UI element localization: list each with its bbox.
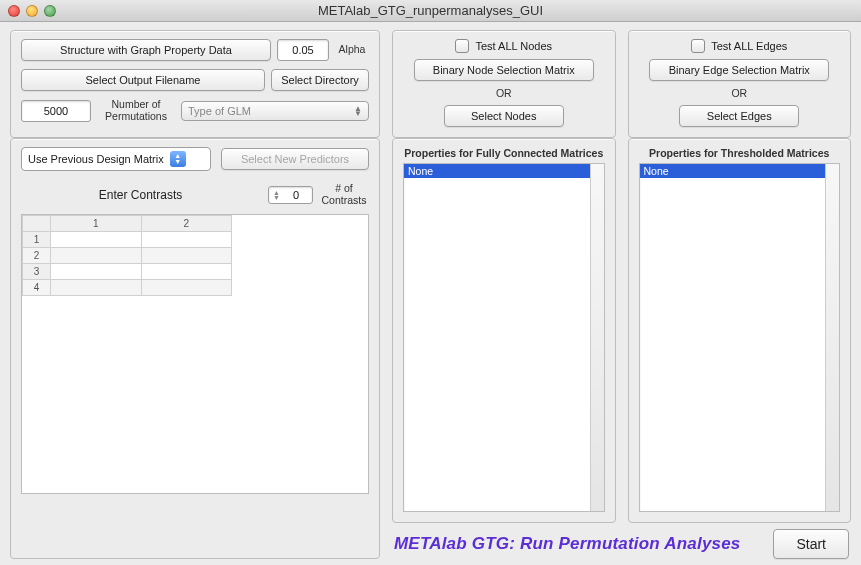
select-directory-button[interactable]: Select Directory xyxy=(271,69,369,91)
num-contrasts-label: # of Contrasts xyxy=(319,183,369,206)
test-all-nodes-checkbox[interactable] xyxy=(455,39,469,53)
minimize-icon[interactable] xyxy=(26,5,38,17)
close-icon[interactable] xyxy=(8,5,20,17)
table-cell[interactable] xyxy=(141,264,232,280)
table-row-header: 1 xyxy=(23,232,51,248)
footer: METAlab GTG: Run Permutation Analyses St… xyxy=(392,523,851,559)
nodes-or-label: OR xyxy=(496,87,512,99)
start-button[interactable]: Start xyxy=(773,529,849,559)
chevron-updown-icon: ▲▼ xyxy=(170,151,186,167)
config-panel: Structure with Graph Property Data 0.05 … xyxy=(10,30,380,138)
table-row-header: 4 xyxy=(23,280,51,296)
full-matrices-listbox[interactable]: None xyxy=(403,163,605,512)
table-cell[interactable] xyxy=(51,280,142,296)
scrollbar[interactable] xyxy=(590,164,604,511)
select-nodes-button[interactable]: Select Nodes xyxy=(444,105,564,127)
select-edges-button[interactable]: Select Edges xyxy=(679,105,799,127)
titlebar: METAlab_GTG_runpermanalyses_GUI xyxy=(0,0,861,22)
chevron-updown-icon: ▲▼ xyxy=(354,106,362,116)
table-col-header: 1 xyxy=(51,216,142,232)
node-matrix-button[interactable]: Binary Node Selection Matrix xyxy=(414,59,594,81)
traffic-lights xyxy=(8,5,56,17)
contrast-table[interactable]: 1 2 1 2 3 4 xyxy=(21,214,369,494)
design-matrix-dropdown[interactable]: Use Previous Design Matrix ▲▼ xyxy=(21,147,211,171)
table-cell[interactable] xyxy=(141,248,232,264)
table-row-header: 3 xyxy=(23,264,51,280)
num-contrasts-stepper[interactable]: ▲▼ 0 xyxy=(268,186,313,204)
test-all-nodes-label: Test ALL Nodes xyxy=(475,40,552,52)
design-matrix-value: Use Previous Design Matrix xyxy=(28,153,164,165)
alpha-field[interactable]: 0.05 xyxy=(277,39,329,61)
permutations-field[interactable]: 5000 xyxy=(21,100,91,122)
list-item[interactable]: None xyxy=(404,164,590,178)
design-panel: Use Previous Design Matrix ▲▼ Select New… xyxy=(10,138,380,559)
window-title: METAlab_GTG_runpermanalyses_GUI xyxy=(0,3,861,18)
num-contrasts-value: 0 xyxy=(284,189,308,201)
full-matrices-panel: Properties for Fully Connected Matrices … xyxy=(392,138,616,523)
table-row-header: 2 xyxy=(23,248,51,264)
thresh-matrices-listbox[interactable]: None xyxy=(639,163,841,512)
chevron-updown-icon: ▲▼ xyxy=(273,190,280,200)
table-cell[interactable] xyxy=(51,264,142,280)
thresh-matrices-title: Properties for Thresholded Matrices xyxy=(639,147,841,159)
zoom-icon[interactable] xyxy=(44,5,56,17)
glm-type-dropdown[interactable]: Type of GLM ▲▼ xyxy=(181,101,369,121)
edges-panel: Test ALL Edges Binary Edge Selection Mat… xyxy=(628,30,852,138)
enter-contrasts-label: Enter Contrasts xyxy=(21,188,260,202)
glm-type-placeholder: Type of GLM xyxy=(188,105,251,117)
list-item[interactable]: None xyxy=(640,164,826,178)
table-cell[interactable] xyxy=(51,248,142,264)
structure-data-button[interactable]: Structure with Graph Property Data xyxy=(21,39,271,61)
footer-title: METAlab GTG: Run Permutation Analyses xyxy=(394,534,741,554)
table-corner xyxy=(23,216,51,232)
scrollbar[interactable] xyxy=(825,164,839,511)
table-cell[interactable] xyxy=(51,232,142,248)
permutations-label: Number of Permutations xyxy=(97,99,175,122)
table-cell[interactable] xyxy=(141,280,232,296)
alpha-label: Alpha xyxy=(335,44,369,56)
table-cell[interactable] xyxy=(141,232,232,248)
select-new-predictors-button[interactable]: Select New Predictors xyxy=(221,148,369,170)
nodes-panel: Test ALL Nodes Binary Node Selection Mat… xyxy=(392,30,616,138)
test-all-edges-checkbox[interactable] xyxy=(691,39,705,53)
thresh-matrices-panel: Properties for Thresholded Matrices None xyxy=(628,138,852,523)
edges-or-label: OR xyxy=(731,87,747,99)
edge-matrix-button[interactable]: Binary Edge Selection Matrix xyxy=(649,59,829,81)
output-filename-button[interactable]: Select Output Filename xyxy=(21,69,265,91)
table-col-header: 2 xyxy=(141,216,232,232)
full-matrices-title: Properties for Fully Connected Matrices xyxy=(403,147,605,159)
test-all-edges-label: Test ALL Edges xyxy=(711,40,787,52)
